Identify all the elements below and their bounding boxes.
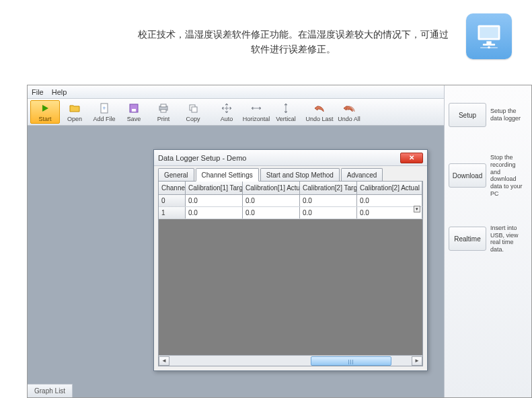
col-channel[interactable]: Channel — [159, 182, 186, 194]
svg-rect-12 — [161, 104, 166, 107]
setup-desc: Setup the data logger — [490, 108, 527, 122]
svg-rect-5 — [480, 48, 498, 48]
svg-rect-15 — [192, 107, 197, 112]
tab-general[interactable]: General — [158, 168, 194, 182]
realtime-button[interactable]: Realtime — [449, 227, 486, 251]
col-cal1-actual[interactable]: Calibration[1] Actual — [243, 182, 300, 194]
addfile-button[interactable]: + Add File — [89, 100, 119, 124]
dialog-title: Data Logger Setup - Demo — [158, 154, 246, 162]
close-icon: ✕ — [409, 154, 414, 161]
cell[interactable]: 0.0 — [243, 195, 300, 206]
col-cal1-target[interactable]: Calibration[1] Target — [186, 182, 243, 194]
tab-channel-settings[interactable]: Channel Settings — [196, 168, 259, 182]
tab-advanced[interactable]: Advanced — [341, 168, 383, 182]
cell[interactable]: 0.0 — [243, 207, 300, 218]
setup-button[interactable]: Setup — [449, 103, 486, 127]
undo-all-icon — [343, 102, 355, 114]
row-header: 1 — [159, 207, 186, 218]
col-cal2-actual[interactable]: Calibration[2] Actual — [357, 182, 422, 194]
vertical-button[interactable]: Vertical — [271, 100, 301, 124]
cell[interactable]: 0.0 — [186, 207, 243, 218]
scroll-right-icon[interactable]: ► — [412, 356, 422, 366]
copy-button[interactable]: Copy — [178, 100, 208, 124]
folder-icon — [69, 102, 81, 114]
undo-icon — [313, 102, 326, 114]
svg-text:+: + — [102, 105, 106, 112]
svg-rect-10 — [132, 109, 136, 112]
move-all-icon — [221, 102, 233, 114]
start-button[interactable]: Start — [30, 100, 60, 124]
copy-icon — [187, 102, 199, 114]
svg-rect-2 — [486, 41, 491, 44]
realtime-desc: Insert into USB, view real time data. — [490, 225, 527, 253]
dialog-data-logger-setup: Data Logger Setup - Demo ✕ General Chann… — [153, 149, 428, 371]
scroll-thumb[interactable]: ||| — [311, 356, 391, 366]
table-row[interactable]: 0 0.0 0.0 0.0 0.0 — [159, 195, 422, 207]
save-button[interactable]: Save — [119, 100, 149, 124]
graph-list-tab[interactable]: Graph List — [28, 384, 73, 397]
right-panel: Setup Setup the data logger Download Sto… — [444, 85, 531, 397]
download-desc: Stop the recording and download data to … — [490, 154, 527, 198]
print-button[interactable]: Print — [149, 100, 178, 124]
move-h-icon — [250, 102, 262, 114]
cell[interactable]: 0.0 — [300, 195, 357, 206]
cell[interactable]: 0.0 — [357, 207, 422, 218]
menu-help[interactable]: Help — [52, 88, 67, 96]
play-icon — [39, 102, 51, 114]
dialog-tabs: General Channel Settings Start and Stop … — [154, 166, 427, 181]
monitor-icon — [466, 13, 512, 59]
open-button[interactable]: Open — [60, 100, 89, 124]
svg-rect-3 — [483, 44, 495, 46]
row-header: 0 — [159, 195, 186, 206]
close-button[interactable]: ✕ — [400, 153, 423, 163]
h-scrollbar[interactable]: ◄ ||| ► — [159, 355, 422, 366]
svg-marker-6 — [42, 105, 48, 112]
cell[interactable]: 0.0 — [300, 207, 357, 218]
move-v-icon — [280, 102, 292, 114]
undolast-button[interactable]: Undo Last — [305, 100, 334, 124]
scroll-left-icon[interactable]: ◄ — [159, 356, 169, 366]
cell[interactable]: 0.0 — [186, 195, 243, 206]
tab-start-stop[interactable]: Start and Stop Method — [260, 168, 340, 182]
print-icon — [157, 102, 169, 114]
undoall-button[interactable]: Undo All — [334, 100, 364, 124]
col-cal2-target[interactable]: Calibration[2] Target — [300, 182, 357, 194]
horizontal-button[interactable]: Horizontal — [241, 100, 271, 124]
description-text: 校正技术，温湿度误差软件修正功能。在温湿度误差较大的情况下，可通过 软件进行误差… — [94, 27, 492, 57]
menu-file[interactable]: File — [32, 88, 44, 96]
table-row[interactable]: 1 0.0 0.0 0.0 0.0 — [159, 207, 422, 219]
file-plus-icon: + — [98, 102, 110, 114]
save-icon — [128, 102, 140, 114]
dialog-body: ▾ Channel Calibration[1] Target Calibrat… — [158, 181, 423, 366]
svg-rect-13 — [161, 110, 166, 112]
grid-header: Channel Calibration[1] Target Calibratio… — [159, 182, 422, 195]
download-button[interactable]: Download — [449, 163, 486, 188]
dropdown-arrow[interactable]: ▾ — [414, 206, 420, 212]
cell[interactable]: 0.0 — [357, 195, 422, 206]
dialog-title-bar[interactable]: Data Logger Setup - Demo ✕ — [154, 150, 427, 166]
auto-button[interactable]: Auto — [212, 100, 241, 124]
scroll-track[interactable]: ||| — [169, 356, 412, 366]
svg-rect-1 — [480, 27, 498, 38]
